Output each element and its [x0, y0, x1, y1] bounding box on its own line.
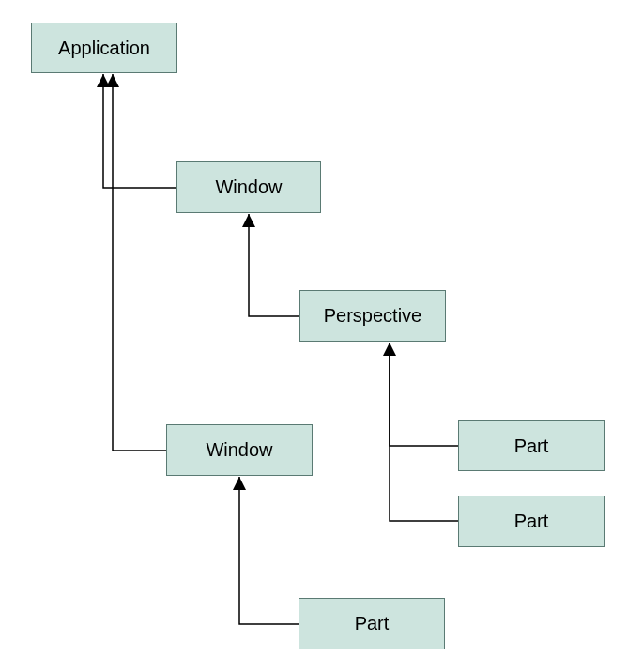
node-window-2: Window [166, 424, 313, 476]
node-perspective: Perspective [299, 290, 446, 342]
svg-marker-1 [97, 74, 110, 87]
node-perspective-label: Perspective [324, 305, 422, 327]
svg-marker-5 [233, 477, 246, 490]
node-part-1-label: Part [514, 435, 549, 457]
node-part-2-label: Part [514, 511, 549, 532]
node-window-2-label: Window [206, 439, 272, 461]
node-application-label: Application [58, 38, 150, 59]
node-part-3: Part [299, 598, 445, 649]
node-window-1: Window [176, 161, 321, 213]
node-part-1: Part [458, 420, 605, 471]
svg-marker-3 [106, 74, 119, 87]
node-part-2: Part [458, 496, 605, 547]
svg-marker-4 [383, 343, 396, 356]
svg-marker-2 [242, 214, 255, 227]
node-part-3-label: Part [355, 613, 390, 634]
node-application: Application [31, 23, 177, 73]
node-window-1-label: Window [215, 176, 282, 198]
